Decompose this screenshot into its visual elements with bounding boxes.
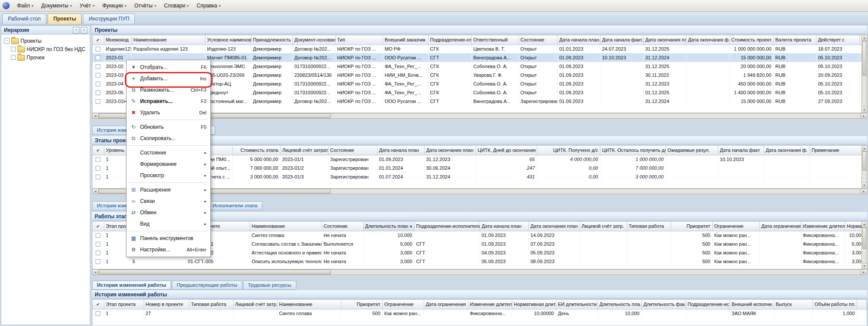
- scroll-left-icon[interactable]: ◄: [93, 113, 99, 118]
- main-tab[interactable]: Инструкции ПУП: [83, 14, 135, 24]
- tree-node[interactable]: НИОКР по ГОЗ без НДС: [2, 45, 89, 53]
- column-header[interactable]: Дата ограничения: [759, 222, 801, 231]
- row-checkbox[interactable]: [96, 242, 100, 247]
- tab-item[interactable]: Трудовые ресурсы: [243, 281, 296, 290]
- column-header[interactable]: Длительность план ▼: [363, 222, 414, 231]
- checkbox[interactable]: [11, 55, 16, 60]
- column-header[interactable]: Дата начала факт.: [600, 35, 643, 45]
- column-header[interactable]: Дата окончания ф.: [764, 146, 810, 155]
- context-menu-item-delete[interactable]: ✖УдалитьDel: [128, 107, 209, 118]
- context-menu-item-copy[interactable]: ⧉Скопировать...: [128, 133, 209, 144]
- column-header[interactable]: ЦИТК. Осталось получить д/с: [600, 146, 666, 155]
- context-menu-item-links[interactable]: ∞Связи▸: [128, 196, 209, 207]
- stages-vscrollbar[interactable]: ▲ ▼: [861, 145, 867, 189]
- column-header[interactable]: Номер в проекте: [144, 300, 189, 309]
- column-header[interactable]: Подразделение-исполнитель.: [414, 222, 480, 231]
- pin-icon[interactable]: ▪: [73, 27, 79, 34]
- column-header[interactable]: Этап проекта: [104, 300, 144, 309]
- row-checkbox[interactable]: [96, 233, 100, 238]
- scroll-right-icon[interactable]: ►: [861, 270, 867, 275]
- projects-vscrollbar[interactable]: ▲ ▼: [861, 35, 867, 113]
- scroll-right-icon[interactable]: ►: [861, 189, 867, 194]
- column-header[interactable]: Объём работы пл.: [813, 300, 857, 309]
- column-header[interactable]: Приоритет: [671, 222, 712, 231]
- column-header[interactable]: Наименование: [131, 35, 205, 45]
- menubar-item[interactable]: Справка▾: [192, 1, 224, 10]
- column-header[interactable]: Ожидаемые резул.: [666, 146, 718, 155]
- context-menu-item-add[interactable]: +Добавить...Ins: [128, 73, 209, 84]
- row-checkbox[interactable]: [96, 47, 100, 51]
- menubar-item[interactable]: Документы▾: [38, 1, 76, 10]
- context-menu-item-filter[interactable]: ▼Отобрать...F6: [128, 62, 209, 73]
- row-checkbox[interactable]: [96, 259, 100, 264]
- column-header[interactable]: Дата начала план: [377, 146, 424, 155]
- menubar-item[interactable]: Функции▾: [98, 1, 130, 10]
- select-all-header[interactable]: ✔: [93, 222, 104, 231]
- column-header[interactable]: Состояние: [518, 35, 557, 45]
- column-header[interactable]: Лицевой счёт затр.: [580, 222, 627, 231]
- tab-item[interactable]: Предшествующие работы: [172, 281, 242, 290]
- context-menu-item-duplicate[interactable]: ⧉Размножить...Ctrl+F3: [128, 84, 209, 96]
- row-checkbox[interactable]: [96, 311, 100, 316]
- column-header[interactable]: Примечание: [810, 146, 866, 155]
- column-header[interactable]: Подразделение-ис.: [686, 300, 730, 309]
- scroll-right-icon[interactable]: ►: [861, 113, 867, 118]
- context-menu-item-refresh[interactable]: ↻ОбновитьF5: [128, 121, 209, 133]
- context-menu-item-appearance[interactable]: Вид▸: [128, 218, 209, 230]
- row-checkbox[interactable]: [96, 73, 100, 78]
- menubar-item[interactable]: Файл▾: [13, 1, 38, 10]
- row-checkbox[interactable]: [96, 99, 100, 104]
- context-menu-item-extensions[interactable]: ⊞Расширения▸: [128, 184, 209, 196]
- menubar-item[interactable]: Отчёты▾: [130, 1, 160, 10]
- app-icon[interactable]: [3, 2, 10, 9]
- table-row[interactable]: 127Синтез сплава500Как можно ран...Фикси…: [93, 309, 867, 318]
- column-header[interactable]: Дата окончания ф.: [686, 35, 729, 45]
- row-checkbox[interactable]: [96, 55, 100, 60]
- expander-icon[interactable]: −: [4, 38, 10, 44]
- context-menu-item-settings[interactable]: ⚙Настройки...Alt+Enter: [128, 244, 209, 255]
- column-header[interactable]: Мнемокод: [104, 35, 131, 45]
- column-header[interactable]: Лицевой счёт затрат.: [280, 146, 328, 155]
- menubar-item[interactable]: Учёт▾: [75, 1, 98, 10]
- column-header[interactable]: Нормативная длит.: [512, 300, 556, 309]
- column-header[interactable]: Условное наименован.: [205, 35, 251, 45]
- column-header[interactable]: Дата начала план.: [557, 35, 600, 45]
- scroll-thumb[interactable]: [862, 227, 866, 249]
- column-header[interactable]: Стоимость этапа: [232, 146, 280, 155]
- column-header[interactable]: ЦИТК. Дней до окончания: [476, 146, 537, 155]
- collapse-panel-icon[interactable]: «: [81, 27, 87, 34]
- tab-item[interactable]: История изменений работы: [92, 281, 171, 290]
- column-header[interactable]: Валюта проекта: [773, 35, 816, 45]
- column-header[interactable]: Изменение длител.: [801, 222, 845, 231]
- column-header[interactable]: Длительность фак.: [642, 300, 686, 309]
- scroll-down-icon[interactable]: ▼: [862, 182, 867, 188]
- column-header[interactable]: Ограничение: [712, 222, 759, 231]
- scroll-left-icon[interactable]: ◄: [93, 189, 99, 194]
- main-tab[interactable]: Проекты: [48, 14, 82, 24]
- works-vscrollbar[interactable]: ▲ ▼: [861, 221, 867, 269]
- tree-node[interactable]: Прочее: [2, 53, 89, 62]
- column-header[interactable]: Приоритет: [341, 300, 382, 309]
- context-menu-item-state[interactable]: Состояние▸: [128, 147, 209, 158]
- context-menu-item-toolbar[interactable]: ▦Панель инструментов: [128, 233, 209, 244]
- column-header[interactable]: Ограничение: [382, 300, 424, 309]
- context-menu-item-edit[interactable]: ✎Исправить...F2: [128, 96, 209, 107]
- select-all-header[interactable]: ✔: [93, 35, 104, 45]
- column-header[interactable]: Ответственный: [471, 35, 518, 45]
- scroll-up-icon[interactable]: ▲: [862, 35, 867, 41]
- column-header[interactable]: Изменение длител.: [468, 300, 512, 309]
- context-menu-item-formation[interactable]: Формирование▸: [128, 158, 209, 170]
- column-header[interactable]: Дата ограничения: [424, 300, 468, 309]
- row-checkbox[interactable]: [96, 82, 100, 86]
- column-header[interactable]: Дата начала план: [480, 222, 528, 231]
- column-header[interactable]: Выпуск: [774, 300, 813, 309]
- table-row[interactable]: 1501-СГТ-005Описать используемую техноло…: [93, 257, 867, 266]
- column-header[interactable]: Документ-основан.: [292, 35, 335, 45]
- column-header[interactable]: Дата окончания план: [528, 222, 580, 231]
- scroll-left-icon[interactable]: ◄: [93, 270, 99, 275]
- column-header[interactable]: Наименование: [277, 300, 341, 309]
- column-header[interactable]: Дата окончания пл.: [643, 35, 686, 45]
- column-header[interactable]: ЦИТК. Получено д/с: [537, 146, 600, 155]
- column-header[interactable]: Типовая работа: [189, 300, 233, 309]
- checkbox[interactable]: [11, 47, 16, 51]
